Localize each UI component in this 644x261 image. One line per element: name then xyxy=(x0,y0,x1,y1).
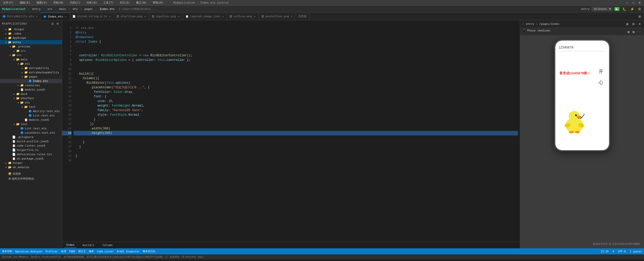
minimize-button[interactable]: ─ xyxy=(625,1,630,5)
sidebar-item-ability-test[interactable]: 🔷 Ability.test.ets xyxy=(0,109,62,113)
tab-split-button[interactable]: ⊞ xyxy=(637,14,642,19)
sidebar-item-ets[interactable]: ▼ 📂 ets xyxy=(0,62,62,66)
tab-cuticon[interactable]: 🖼 cutIcon.png ✕ xyxy=(227,13,259,20)
menu-tools[interactable]: 工具(T) xyxy=(102,0,115,5)
tab-entryability[interactable]: 🔷 EntryAbility.ets ✕ xyxy=(0,13,41,20)
sidebar-item-idea[interactable]: ▶ 📁 .idea xyxy=(0,31,62,36)
close-button[interactable]: ✕ xyxy=(637,1,642,5)
sidebar-item-main[interactable]: ▼ 📂 main xyxy=(0,57,62,62)
editor-panel-settings-button[interactable]: ⚙ xyxy=(631,22,636,26)
tab-starticon[interactable]: 🖼 startIcon.png ✕ xyxy=(114,13,149,20)
menu-help[interactable]: 帮助(H) xyxy=(152,0,164,5)
tab-copyicon[interactable]: 🖼 copyIcon.png ✕ xyxy=(149,13,183,20)
tab-close-styled-string[interactable]: ✕ xyxy=(109,15,111,18)
sidebar-item-ohostest[interactable]: ▼ 📂 ohosTest xyxy=(0,96,62,100)
menu-edit[interactable]: 编辑(E) xyxy=(19,0,31,5)
sidebar-item-entryability[interactable]: ▶ 📁 entryability xyxy=(0,66,62,70)
bottom-tab-build[interactable]: build() xyxy=(81,242,96,248)
restore-button[interactable]: □ xyxy=(632,1,635,5)
sidebar-item-module-json5-2[interactable]: 📋 module.json5 xyxy=(0,118,62,122)
menu-analyze[interactable]: 分析(A) xyxy=(85,0,98,5)
tab-pastelicon[interactable]: 🖼 pastelIcon.png ✕ xyxy=(259,13,296,20)
editor-panel-split-button[interactable]: ⊞ xyxy=(625,22,630,26)
sidebar-item-src[interactable]: ▼ 📂 src xyxy=(0,53,62,57)
menu-window[interactable]: 窗口(W) xyxy=(135,0,148,5)
sidebar-item-obfuscation-rules[interactable]: 📄 obfuscation-rules.txt xyxy=(0,152,62,156)
tab-layered-image[interactable]: 📋 layered_image.json ✕ xyxy=(183,13,227,20)
phone-text-input[interactable] xyxy=(558,44,607,51)
sidebar-label-appscope: AppScope xyxy=(13,36,26,40)
sidebar-item-code-linter[interactable]: 📋 code-linter.json5 xyxy=(0,144,62,148)
sidebar-item-external-lib[interactable]: 📦 外部库 xyxy=(0,171,62,176)
tab-close-entryability[interactable]: ✕ xyxy=(35,15,38,18)
sidebar-item-build-profile[interactable]: 📋 build-profile.json5 xyxy=(0,139,62,144)
menu-view[interactable]: 视图(V) xyxy=(35,0,48,5)
status-time: 23:19 xyxy=(601,250,609,253)
profile-button[interactable]: ⚡ xyxy=(629,7,635,11)
menu-file[interactable]: 文件(F) xyxy=(2,0,15,5)
status-line: 4 xyxy=(613,250,614,253)
folder-icon-pages: 📂 xyxy=(24,75,28,78)
device-select[interactable]: No Devices xyxy=(592,7,612,11)
menu-code[interactable]: 代码(C) xyxy=(69,0,82,5)
preview-back-button[interactable]: ◀ xyxy=(626,29,630,34)
editor-panel-close-button[interactable]: ✕ xyxy=(637,22,642,26)
sidebar-item-temp-files[interactable]: 🖥 临时文件和控制台 xyxy=(0,176,62,181)
code-editor[interactable]: // xxx.ets @Entry @Component struct Inde… xyxy=(73,20,520,242)
sidebar-item-hvigorfile-ts[interactable]: 📄 hvigorfile.ts xyxy=(0,148,62,152)
tab-close-starticon[interactable]: ✕ xyxy=(144,15,146,18)
sidebar-item-resources[interactable]: ▶ 📁 resources xyxy=(0,83,62,88)
tab-close-layered-image[interactable]: ✕ xyxy=(222,15,224,18)
sidebar-item-oh-package[interactable]: 📋 oh-package.json5 xyxy=(0,156,62,161)
menu-vcs[interactable]: VCS(S) xyxy=(119,1,131,5)
sidebar-item-preview-src[interactable]: ▶ 📁 src xyxy=(0,49,62,53)
sidebar-item-gitignore[interactable]: 📄 .gitignore xyxy=(0,135,62,139)
sidebar-item-oh-modules[interactable]: ▼ 📂 oh_modules xyxy=(0,165,62,169)
status-profiler[interactable]: Profiler xyxy=(46,250,58,253)
status-basic-control[interactable]: 基本控制 xyxy=(2,250,12,253)
sidebar-item-hvigor[interactable]: ▶ 📁 .hvigor xyxy=(0,27,62,31)
phone-screen: 看变成12345678喽！ xyxy=(555,41,609,150)
bottom-tab-column[interactable]: Column xyxy=(100,242,115,248)
tab-close-copyicon[interactable]: ✕ xyxy=(178,15,180,18)
sidebar-item-module-json5[interactable]: 📋 module.json5 xyxy=(0,88,62,92)
run-button[interactable]: ▶ xyxy=(614,7,619,11)
settings-icon[interactable]: ⚙ xyxy=(637,7,642,11)
sidebar-item-list-test[interactable]: 🔷 List.test.ets xyxy=(0,113,62,118)
sidebar-item-preview[interactable]: ▼ 📂 .preview xyxy=(0,44,62,49)
menu-navigate[interactable]: 导航(N) xyxy=(52,0,65,5)
tab-styled-string[interactable]: 📄 styled_string.d.ts ✕ xyxy=(70,13,114,20)
tab-index[interactable]: 🔷 Index.ets ✕ xyxy=(41,13,70,20)
bottom-tab-index[interactable]: Index xyxy=(64,242,77,248)
status-king[interactable]: 国王主 xyxy=(78,250,86,253)
debug-button[interactable]: 🐛 xyxy=(621,7,627,11)
status-operation-analyzer[interactable]: Operation Analyzer xyxy=(15,250,43,253)
sidebar-item-test-folder[interactable]: ▼ 📂 test xyxy=(0,105,62,109)
tab-close-index[interactable]: ✕ xyxy=(65,15,67,18)
sidebar-settings-button[interactable]: ⚙ xyxy=(55,22,60,26)
status-process[interactable]: 处理 xyxy=(61,250,66,253)
sidebar-item-appscope[interactable]: ▶ 📁 AppScope xyxy=(0,36,62,40)
status-todo[interactable]: TODO xyxy=(69,250,75,253)
sidebar-item-hvigor-root[interactable]: ▶ 📁 hvigor xyxy=(0,161,62,165)
tab-bar: 🔷 EntryAbility.ets ✕ 🔷 Index.ets ✕ 📄 sty… xyxy=(0,13,644,20)
tab-closer[interactable]: 关闭器 xyxy=(296,13,309,20)
sidebar-item-test-root[interactable]: ▼ 📂 test xyxy=(0,122,62,126)
sidebar-item-localunit-test[interactable]: 🔷 LocalUnit.test.ets xyxy=(0,131,62,135)
sidebar-item-entrybackupability[interactable]: ▶ 📁 entrybackupability xyxy=(0,70,62,75)
status-send-log[interactable]: 预发送日志 xyxy=(143,250,155,253)
tab-close-cuticon[interactable]: ✕ xyxy=(254,15,256,18)
preview-more-button[interactable]: ··· xyxy=(638,29,642,34)
sidebar-item-index-ets[interactable]: 🔷 Index.ets xyxy=(0,79,62,83)
preview-forward-button[interactable]: ▶ xyxy=(632,29,636,34)
sidebar-collapse-button[interactable]: ⊟ xyxy=(50,22,54,26)
sidebar-item-mock[interactable]: ▶ 📁 mock xyxy=(0,92,62,96)
sidebar-item-list-test-ets[interactable]: 🔷 List.test.ets xyxy=(0,126,62,131)
status-arkui-inspector[interactable]: ArkUI Inspector xyxy=(117,250,140,253)
status-code-linter[interactable]: Code Linter xyxy=(97,250,114,253)
sidebar-item-pages[interactable]: ▼ 📂 pages xyxy=(0,75,62,79)
sidebar-item-entry[interactable]: ▼ 📂 entry xyxy=(0,40,62,44)
status-service[interactable]: 服务 xyxy=(89,250,94,253)
tab-close-pastelicon[interactable]: ✕ xyxy=(290,15,293,18)
sidebar-item-ohostest-ets[interactable]: ▼ 📂 ets xyxy=(0,100,62,105)
